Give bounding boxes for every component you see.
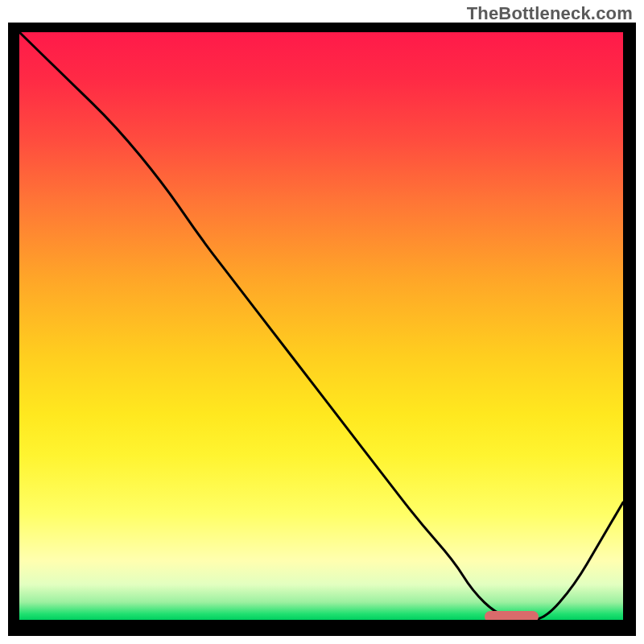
chart-frame	[8, 23, 636, 636]
watermark-text: TheBottleneck.com	[467, 3, 633, 24]
chart-curve	[19, 32, 623, 620]
chart-container: TheBottleneck.com	[0, 0, 644, 644]
chart-marker	[485, 611, 539, 620]
chart-plot-area	[19, 32, 623, 620]
